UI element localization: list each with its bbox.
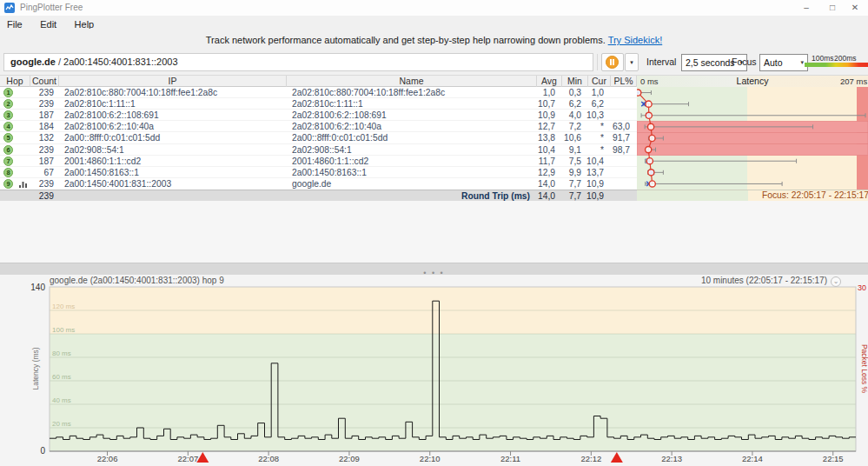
- pingplotter-window: PingPlotter Free – □ ✕ File Edit Help Tr…: [0, 0, 868, 466]
- window-title: PingPlotter Free: [20, 3, 83, 12]
- svg-text:140: 140: [30, 283, 45, 292]
- maximize-button[interactable]: □: [821, 0, 844, 16]
- column-header-avg[interactable]: Avg: [537, 76, 562, 87]
- hop-name: 2a02:810c:880:7004:10:18ff:fee1:2a8c: [292, 87, 527, 98]
- timeline-chart[interactable]: 20 ms40 ms60 ms80 ms100 ms120 ms22:0622:…: [0, 275, 868, 466]
- svg-text:22:13: 22:13: [661, 454, 682, 463]
- hop-number-badge: 6: [3, 145, 13, 155]
- svg-text:22:11: 22:11: [500, 454, 520, 463]
- close-button[interactable]: ✕: [844, 0, 866, 16]
- column-header-latency[interactable]: Latency: [637, 76, 868, 87]
- hop-name: google.de: [292, 178, 527, 190]
- timeline-range-selector[interactable]: 10 minutes (22:05:17 - 22:15:17): [701, 276, 827, 285]
- hop-ip: 2a02:908::54:1: [64, 144, 283, 156]
- hop-name: 2a02:810c:1:11::1: [292, 98, 527, 110]
- table-row[interactable]: 12392a02:810c:880:7004:10:18ff:fee1:2a8c…: [0, 87, 637, 98]
- table-row[interactable]: 51322a00::8fff:0:c01:c01:5dd2a00::8fff:0…: [0, 132, 637, 143]
- hop-avg: 13,8: [521, 132, 555, 143]
- hop-avg: 12,7: [521, 121, 555, 132]
- table-row[interactable]: 71872001:4860:1:1::cd22001:4860:1:1::cd2…: [0, 156, 637, 167]
- hop-count: 132: [26, 132, 54, 143]
- column-header-count[interactable]: Count: [30, 76, 59, 87]
- table-empty-area: [0, 201, 868, 263]
- hop-number-badge: 1: [3, 88, 13, 97]
- latency-scale-max: 207 ms: [840, 76, 867, 87]
- column-header-min[interactable]: Min: [562, 76, 588, 87]
- hop-avg: 10,9: [521, 110, 555, 121]
- svg-text:Packet Loss %: Packet Loss %: [860, 344, 868, 394]
- hop-number-badge: 3: [3, 110, 13, 120]
- hop-avg: 14,0: [521, 178, 555, 190]
- hop-ip: 2a02:810c:880:7004:10:18ff:fee1:2a8c: [64, 87, 283, 98]
- hop-min: 4,0: [557, 110, 581, 121]
- svg-text:22:15: 22:15: [823, 454, 844, 463]
- hop-ip: 2a02:8100:6:2::108:691: [64, 110, 283, 121]
- target-host: google.de: [10, 57, 56, 67]
- hop-number-badge: 4: [3, 122, 13, 131]
- panel-splitter[interactable]: • • •: [0, 263, 868, 275]
- table-row[interactable]: 41842a02:8100:6:2::10:40a2a02:8100:6:2::…: [0, 121, 637, 132]
- svg-text:60 ms: 60 ms: [52, 373, 71, 381]
- hop-number-badge: 5: [3, 133, 13, 143]
- svg-text:80 ms: 80 ms: [52, 350, 71, 357]
- svg-text:30: 30: [858, 283, 866, 292]
- hop-cur: 13,7: [583, 167, 604, 178]
- column-header-name[interactable]: Name: [287, 76, 537, 87]
- hop-cur: *: [583, 144, 604, 156]
- column-header-hop[interactable]: Hop: [0, 76, 30, 87]
- round-trip-summary-row[interactable]: 239 Round Trip (ms) 14,0 7,7 10,9: [0, 190, 637, 201]
- table-row[interactable]: 22392a02:810c:1:11::12a02:810c:1:11::110…: [0, 98, 637, 110]
- hop-packet-loss: [606, 98, 630, 110]
- latency-gradient-bar: [805, 63, 868, 67]
- hop-name: 2a02:908::54:1: [292, 144, 527, 156]
- hop-cur: *: [583, 132, 604, 143]
- hop-count: 187: [26, 110, 54, 121]
- svg-text:40 ms: 40 ms: [52, 396, 71, 404]
- svg-text:22:07: 22:07: [177, 454, 198, 463]
- svg-text:22:12: 22:12: [580, 454, 601, 463]
- hop-packet-loss: [606, 167, 630, 178]
- hop-count: 239: [26, 98, 54, 110]
- hop-avg: 1,0: [521, 87, 555, 98]
- app-logo-icon: [4, 3, 15, 13]
- table-row[interactable]: 92392a00:1450:4001:831::2003google.de14,…: [0, 178, 637, 190]
- target-toolbar: google.de/2a00:1450:4001:831::2003 ▾ Int…: [0, 50, 868, 75]
- timeline-panel: 20 ms40 ms60 ms80 ms100 ms120 ms22:0622:…: [0, 275, 868, 466]
- hop-cur: 6,2: [583, 98, 604, 110]
- interval-value: 2,5 seconds: [686, 57, 735, 68]
- legend-100ms-label: 100ms: [812, 54, 834, 63]
- try-sidekick-link[interactable]: Try Sidekick!: [608, 35, 663, 45]
- pause-button[interactable]: [601, 53, 624, 71]
- hop-avg: 10,4: [521, 144, 555, 156]
- table-row[interactable]: 31872a02:8100:6:2::108:6912a02:8100:6:2:…: [0, 110, 637, 121]
- minimize-button[interactable]: –: [795, 0, 818, 16]
- column-header-cur[interactable]: Cur: [588, 76, 611, 87]
- target-address: 2a00:1450:4001:831::2003: [63, 57, 178, 67]
- focus-select[interactable]: Auto ▾: [759, 54, 808, 71]
- hop-cur: *: [583, 121, 604, 132]
- menu-bar: File Edit Help: [0, 16, 868, 29]
- hop-table-body: 12392a02:810c:880:7004:10:18ff:fee1:2a8c…: [0, 87, 637, 190]
- hop-min: 7,2: [557, 121, 581, 132]
- focus-status-strip: Focus: 22:05:17 - 22:15:17: [637, 190, 868, 201]
- svg-text:Latency (ms): Latency (ms): [31, 347, 40, 389]
- timeline-range-chevron-icon[interactable]: ⌄: [831, 276, 841, 287]
- column-header-ip[interactable]: IP: [59, 76, 287, 87]
- pause-dropdown-button[interactable]: ▾: [625, 53, 639, 71]
- focus-label: Focus: [732, 57, 757, 67]
- svg-text:20 ms: 20 ms: [52, 420, 71, 428]
- hop-number-badge: 9: [3, 179, 13, 189]
- hop-count: 239: [26, 178, 54, 190]
- hop-name: 2a02:8100:6:2::10:40a: [292, 121, 527, 132]
- hop-min: 9,9: [557, 167, 581, 178]
- svg-text:100 ms: 100 ms: [52, 326, 75, 334]
- column-header-pl[interactable]: PL%: [611, 76, 637, 87]
- target-input[interactable]: google.de/2a00:1450:4001:831::2003: [3, 53, 593, 71]
- svg-text:0: 0: [40, 446, 45, 456]
- table-row[interactable]: 62392a02:908::54:12a02:908::54:110,49,1*…: [0, 144, 637, 156]
- hop-min: 7,5: [557, 156, 581, 167]
- hop-ip: 2a02:8100:6:2::10:40a: [64, 121, 283, 132]
- legend-200ms-label: 200ms: [834, 54, 857, 63]
- table-row[interactable]: 8672a00:1450:8163::12a00:1450:8163::112,…: [0, 167, 637, 178]
- svg-text:22:09: 22:09: [339, 454, 360, 463]
